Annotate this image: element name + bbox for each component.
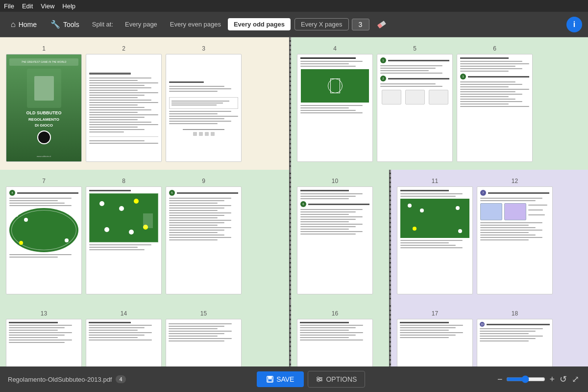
page-thumb-3: 3	[166, 45, 242, 162]
zoom-out-button[interactable]: −	[496, 373, 504, 377]
page-number-11: 11	[432, 178, 438, 184]
split-options: Every page Every even pages Every odd pa…	[119, 18, 291, 30]
page-preview-4[interactable]	[297, 54, 373, 162]
section-green-1: 4	[291, 37, 588, 170]
every-even-button[interactable]: Every even pages	[164, 18, 227, 30]
page-number-12: 12	[512, 178, 518, 184]
page-preview-6[interactable]: 3	[457, 54, 533, 162]
page-preview-2[interactable]	[86, 54, 162, 162]
save-button[interactable]: SAVE	[257, 371, 304, 376]
page-thumb-8: 8	[86, 178, 162, 294]
page-count-badge: 4	[116, 375, 125, 376]
filename: Regolamento-OldSubbuteo-2013.pdf	[8, 376, 112, 377]
every-odd-button[interactable]: Every odd pages	[228, 18, 291, 30]
section-lavender-1: 11	[391, 170, 588, 302]
row-2: 7 4	[0, 170, 588, 302]
options-icon	[316, 376, 323, 376]
page-number-3: 3	[202, 45, 205, 52]
page-thumb-11: 11	[397, 178, 473, 294]
split-at-label: Split at:	[92, 21, 113, 28]
right-section-row2: 10 6	[291, 170, 588, 302]
section-lavender-2: 17	[391, 302, 588, 376]
row-3: 13	[0, 302, 588, 376]
pages-grid-3: 7 4	[6, 178, 283, 294]
page-thumb-5: 5 1 2	[377, 45, 453, 162]
page-number-8: 8	[122, 178, 125, 184]
toolbar: ⌂ Home 🔧 Tools Split at: Every page Ever…	[0, 12, 588, 37]
every-x-container: Every X pages	[294, 18, 369, 30]
zoom-bar: − + ↺ ⤢	[496, 373, 580, 376]
menu-edit[interactable]: Edit	[22, 2, 33, 10]
tools-icon: 🔧	[50, 20, 60, 29]
pages-grid-5: 11	[397, 178, 582, 294]
main-content: 1 THE GREATEST GAME IN THE WORLD OLD SUB…	[0, 37, 588, 376]
tools-label: Tools	[63, 21, 79, 28]
every-x-button[interactable]: Every X pages	[294, 18, 349, 30]
zoom-in-button[interactable]: +	[548, 373, 556, 377]
page-thumb-12: 12 7	[477, 178, 553, 294]
pages-grid-1: 1 THE GREATEST GAME IN THE WORLD OLD SUB…	[6, 45, 283, 162]
row-1: 1 THE GREATEST GAME IN THE WORLD OLD SUB…	[0, 37, 588, 170]
page-thumb-6: 6 3	[457, 45, 533, 162]
every-page-button[interactable]: Every page	[119, 18, 163, 30]
page-number-14: 14	[121, 310, 127, 317]
save-label: SAVE	[276, 375, 294, 376]
pages-grid-2: 4	[297, 45, 582, 162]
page-number-17: 17	[432, 310, 438, 317]
bottom-actions: SAVE OPTIONS	[257, 371, 365, 376]
page-number-18: 18	[512, 310, 518, 317]
bottom-bar: Regolamento-OldSubbuteo-2013.pdf 4 SAVE …	[0, 366, 588, 376]
page-preview-7[interactable]: 4	[6, 186, 82, 294]
zoom-reset-button[interactable]: ↺	[559, 373, 568, 376]
page-number-9: 9	[202, 178, 205, 184]
pages-grid-4: 10 6	[297, 178, 383, 294]
page-preview-10[interactable]: 6	[297, 186, 373, 294]
section-green-3: 10 6	[291, 170, 389, 302]
page-number-2: 2	[122, 45, 125, 52]
tools-button[interactable]: 🔧 Tools	[46, 17, 84, 32]
x-value-input[interactable]	[352, 19, 369, 30]
section-green-4: 13	[0, 302, 289, 376]
zoom-fit-button[interactable]: ⤢	[571, 373, 580, 376]
menu-file[interactable]: File	[4, 2, 14, 10]
save-icon	[267, 376, 273, 376]
page-number-13: 13	[41, 310, 47, 317]
options-button[interactable]: OPTIONS	[308, 371, 365, 376]
page-thumb-9: 9 5	[166, 178, 242, 294]
page-preview-1[interactable]: THE GREATEST GAME IN THE WORLD OLD SUBBU…	[6, 54, 82, 162]
home-button[interactable]: ⌂ Home	[6, 17, 42, 32]
zoom-slider[interactable]	[506, 375, 545, 376]
page-preview-3[interactable]	[166, 54, 242, 162]
page-number-15: 15	[200, 310, 207, 317]
menubar: File Edit View Help	[0, 0, 588, 12]
info-button[interactable]: i	[566, 17, 582, 32]
right-section-row3: 16	[291, 302, 588, 376]
page-preview-12[interactable]: 7	[477, 186, 553, 294]
page-thumb-4: 4	[297, 45, 373, 162]
page-preview-11[interactable]	[397, 186, 473, 294]
eraser-button[interactable]	[373, 15, 390, 34]
page-preview-5[interactable]: 1 2	[377, 54, 453, 162]
home-label: Home	[19, 21, 37, 28]
section-green-5: 16	[291, 302, 389, 376]
page-thumb-10: 10 6	[297, 178, 373, 294]
page-number-7: 7	[42, 178, 46, 184]
section-green-2: 7 4	[0, 170, 289, 302]
page-thumb-7: 7 4	[6, 178, 82, 294]
section-cream-1: 1 THE GREATEST GAME IN THE WORLD OLD SUB…	[0, 37, 289, 170]
page-number-6: 6	[493, 45, 496, 52]
page-preview-8[interactable]	[86, 186, 162, 294]
page-preview-9[interactable]: 5	[166, 186, 242, 294]
page-thumb-2: 2	[86, 45, 162, 162]
file-info: Regolamento-OldSubbuteo-2013.pdf 4	[8, 375, 126, 376]
page-thumb-1: 1 THE GREATEST GAME IN THE WORLD OLD SUB…	[6, 45, 82, 162]
menu-help[interactable]: Help	[62, 2, 75, 10]
page-number-5: 5	[413, 45, 416, 52]
menu-view[interactable]: View	[41, 2, 54, 10]
page-number-1: 1	[42, 45, 46, 52]
eraser-icon	[376, 18, 387, 28]
options-label: OPTIONS	[326, 375, 357, 376]
page-number-16: 16	[332, 310, 338, 317]
page-number-4: 4	[333, 45, 337, 52]
page-number-10: 10	[332, 178, 338, 184]
